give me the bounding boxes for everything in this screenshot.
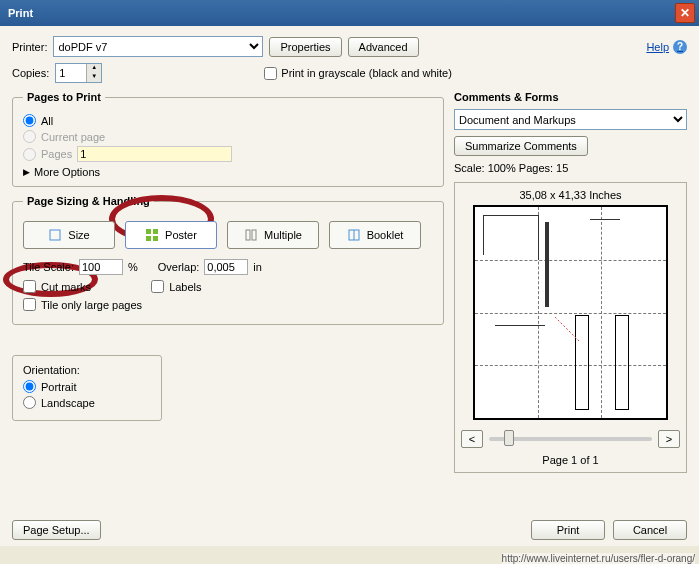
preview-dims: 35,08 x 41,33 Inches — [461, 189, 680, 201]
copies-label: Copies: — [12, 67, 49, 79]
footer-url: http://www.liveinternet.ru/users/fler-d-… — [502, 553, 695, 564]
booklet-button[interactable]: Booklet — [329, 221, 421, 249]
page-slider[interactable] — [489, 437, 652, 441]
page-setup-button[interactable]: Page Setup... — [12, 520, 101, 540]
svg-rect-4 — [153, 236, 158, 241]
tilescale-label: Tile Scale: — [23, 261, 74, 273]
printer-select[interactable]: doPDF v7 — [53, 36, 263, 57]
preview-canvas — [473, 205, 668, 420]
size-icon — [48, 228, 62, 242]
help-link[interactable]: Help ? — [646, 40, 687, 54]
preview-panel: 35,08 x 41,33 Inches < — [454, 182, 687, 473]
overlap-label: Overlap: — [158, 261, 200, 273]
spin-down[interactable]: ▼ — [86, 73, 101, 82]
svg-rect-2 — [153, 229, 158, 234]
orientation-group: Orientation: Portrait Landscape — [12, 355, 162, 421]
grayscale-label: Print in grayscale (black and white) — [281, 67, 452, 79]
svg-rect-0 — [50, 230, 60, 240]
page-indicator: Page 1 of 1 — [461, 454, 680, 466]
svg-rect-3 — [146, 236, 151, 241]
svg-rect-6 — [252, 230, 256, 240]
spin-up[interactable]: ▲ — [86, 64, 101, 73]
current-radio — [23, 130, 36, 143]
comments-select[interactable]: Document and Markups — [454, 109, 687, 130]
summarize-button[interactable]: Summarize Comments — [454, 136, 588, 156]
tileonly-checkbox[interactable] — [23, 298, 36, 311]
copies-input[interactable] — [56, 64, 86, 82]
copies-spinner[interactable]: ▲▼ — [55, 63, 102, 83]
svg-line-9 — [555, 317, 580, 342]
booklet-icon — [347, 228, 361, 242]
advanced-button[interactable]: Advanced — [348, 37, 419, 57]
scale-text: Scale: 100% Pages: 15 — [454, 162, 687, 174]
pages-legend: Pages to Print — [23, 91, 105, 103]
poster-button[interactable]: Poster — [125, 221, 217, 249]
print-button[interactable]: Print — [531, 520, 605, 540]
multiple-icon — [244, 228, 258, 242]
multiple-button[interactable]: Multiple — [227, 221, 319, 249]
labels-checkbox[interactable] — [151, 280, 164, 293]
close-button[interactable]: ✕ — [675, 3, 695, 23]
tilescale-input[interactable] — [79, 259, 123, 275]
comments-legend: Comments & Forms — [454, 91, 687, 103]
overlap-input[interactable] — [204, 259, 248, 275]
pages-radio — [23, 148, 36, 161]
window-title: Print — [8, 7, 33, 19]
svg-rect-5 — [246, 230, 250, 240]
all-radio[interactable] — [23, 114, 36, 127]
portrait-radio[interactable] — [23, 380, 36, 393]
pages-to-print-group: Pages to Print All Current page Pages ▶M… — [12, 91, 444, 187]
printer-label: Printer: — [12, 41, 47, 53]
help-icon: ? — [673, 40, 687, 54]
prev-page-button[interactable]: < — [461, 430, 483, 448]
cutmarks-checkbox[interactable] — [23, 280, 36, 293]
grayscale-checkbox[interactable] — [264, 67, 277, 80]
pages-input[interactable] — [77, 146, 232, 162]
cancel-button[interactable]: Cancel — [613, 520, 687, 540]
svg-rect-1 — [146, 229, 151, 234]
orientation-label: Orientation: — [23, 364, 151, 376]
properties-button[interactable]: Properties — [269, 37, 341, 57]
size-button[interactable]: Size — [23, 221, 115, 249]
landscape-radio[interactable] — [23, 396, 36, 409]
sizing-group: Page Sizing & Handling Size Poster Multi… — [12, 195, 444, 325]
more-options-toggle[interactable]: ▶More Options — [23, 166, 433, 178]
titlebar: Print ✕ — [0, 0, 699, 26]
next-page-button[interactable]: > — [658, 430, 680, 448]
poster-icon — [145, 228, 159, 242]
